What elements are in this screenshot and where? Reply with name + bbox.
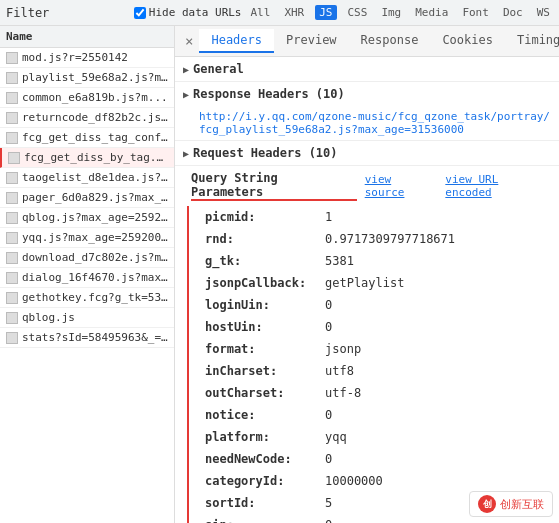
file-item-name: stats?sId=58495963&_=...: [22, 331, 168, 344]
param-key: notice:: [205, 406, 325, 424]
tab-all[interactable]: All: [248, 5, 274, 20]
request-headers-section-header[interactable]: Request Headers (10): [175, 141, 559, 165]
filter-label: Filter: [6, 6, 49, 20]
close-button[interactable]: ×: [179, 26, 199, 56]
param-value: utf8: [325, 362, 354, 380]
file-item[interactable]: fcg_get_diss_by_tag.fcg?...: [0, 148, 174, 168]
response-headers-url: http://i.y.qq.com/qzone-music/fcg_qzone_…: [175, 106, 559, 140]
general-arrow-icon: [183, 64, 189, 75]
general-section-header[interactable]: General: [175, 57, 559, 81]
watermark-logo: 创: [478, 495, 496, 513]
param-key: format:: [205, 340, 325, 358]
main-area: Name mod.js?r=2550142playlist_59e68a2.js…: [0, 26, 559, 523]
file-item[interactable]: yqq.js?max_age=259200...: [0, 228, 174, 248]
param-row: rnd: 0.9717309797718671: [205, 228, 559, 250]
file-icon: [6, 272, 18, 284]
param-key: rnd:: [205, 230, 325, 248]
hide-data-urls-label: Hide data URLs: [149, 6, 242, 19]
param-row: needNewCode: 0: [205, 448, 559, 470]
param-value: 0: [325, 450, 332, 468]
tab-cookies[interactable]: Cookies: [430, 29, 505, 53]
response-headers-section: Response Headers (10) http://i.y.qq.com/…: [175, 82, 559, 141]
request-headers-arrow-icon: [183, 148, 189, 159]
file-item[interactable]: gethotkey.fcg?g_tk=538...: [0, 288, 174, 308]
file-icon: [6, 312, 18, 324]
view-source-link[interactable]: view source: [365, 173, 438, 199]
file-item[interactable]: playlist_59e68a2.js?max_...: [0, 68, 174, 88]
param-value: 10000000: [325, 472, 383, 490]
resource-type-tabs: All XHR JS CSS Img Media Font Doc WS: [248, 5, 554, 20]
response-headers-section-header[interactable]: Response Headers (10): [175, 82, 559, 106]
file-item[interactable]: qblog.js: [0, 308, 174, 328]
param-value: 5381: [325, 252, 354, 270]
param-value: 0: [325, 296, 332, 314]
tab-js[interactable]: JS: [315, 5, 336, 20]
file-item[interactable]: taogelist_d8e1dea.js?m...: [0, 168, 174, 188]
file-item[interactable]: mod.js?r=2550142: [0, 48, 174, 68]
file-item-name: playlist_59e68a2.js?max_...: [22, 71, 168, 84]
general-section: General: [175, 57, 559, 82]
param-key: sin:: [205, 516, 325, 523]
file-item-name: fcg_get_diss_tag_conf.fc...: [22, 131, 168, 144]
param-value: 0: [325, 318, 332, 336]
request-headers-section: Request Headers (10): [175, 141, 559, 166]
file-item[interactable]: qblog.js?max_age=2592...: [0, 208, 174, 228]
tab-css[interactable]: CSS: [345, 5, 371, 20]
file-item[interactable]: download_d7c802e.js?m...: [0, 248, 174, 268]
param-row: g_tk: 5381: [205, 250, 559, 272]
file-item-name: common_e6a819b.js?m...: [22, 91, 168, 104]
tab-preview[interactable]: Preview: [274, 29, 349, 53]
tab-ws[interactable]: WS: [534, 5, 553, 20]
request-headers-section-label: Request Headers (10): [193, 146, 338, 160]
param-row: jsonpCallback: getPlaylist: [205, 272, 559, 294]
file-item[interactable]: returncode_df82b2c.js?...: [0, 108, 174, 128]
file-item[interactable]: dialog_16f4670.js?max_a...: [0, 268, 174, 288]
view-url-encoded-link[interactable]: view URL encoded: [445, 173, 551, 199]
param-row: categoryId: 10000000: [205, 470, 559, 492]
param-key: jsonpCallback:: [205, 274, 325, 292]
param-value: jsonp: [325, 340, 361, 358]
watermark: 创 创新互联: [469, 491, 553, 517]
tab-timing[interactable]: Timing: [505, 29, 559, 53]
query-string-header-row: Query String Parameters view source view…: [175, 166, 559, 206]
hide-data-urls-input[interactable]: [134, 7, 146, 19]
file-icon: [8, 152, 20, 164]
param-value: 1: [325, 208, 332, 226]
param-row: loginUin: 0: [205, 294, 559, 316]
file-list: Name mod.js?r=2550142playlist_59e68a2.js…: [0, 26, 175, 523]
toolbar: Filter Hide data URLs All XHR JS CSS Img…: [0, 0, 559, 26]
tab-doc[interactable]: Doc: [500, 5, 526, 20]
file-items-container: mod.js?r=2550142playlist_59e68a2.js?max_…: [0, 48, 174, 348]
param-key: outCharset:: [205, 384, 325, 402]
file-item-name: mod.js?r=2550142: [22, 51, 128, 64]
param-row: hostUin: 0: [205, 316, 559, 338]
file-icon: [6, 112, 18, 124]
param-value: yqq: [325, 428, 347, 446]
param-value: getPlaylist: [325, 274, 404, 292]
query-params-table: picmid: 1rnd: 0.9717309797718671g_tk: 53…: [187, 206, 559, 523]
file-item[interactable]: pager_6d0a829.js?max_a...: [0, 188, 174, 208]
tab-headers[interactable]: Headers: [199, 29, 274, 53]
tab-media[interactable]: Media: [412, 5, 451, 20]
response-headers-arrow-icon: [183, 89, 189, 100]
file-item[interactable]: common_e6a819b.js?m...: [0, 88, 174, 108]
tab-xhr[interactable]: XHR: [281, 5, 307, 20]
detail-tabs-row: × Headers Preview Response Cookies Timin…: [175, 26, 559, 57]
param-value: 0: [325, 516, 332, 523]
file-item[interactable]: fcg_get_diss_tag_conf.fc...: [0, 128, 174, 148]
query-string-title: Query String Parameters: [191, 171, 357, 201]
param-value: 0: [325, 406, 332, 424]
file-item-name: pager_6d0a829.js?max_a...: [22, 191, 168, 204]
file-icon: [6, 92, 18, 104]
file-item-name: taogelist_d8e1dea.js?m...: [22, 171, 168, 184]
tab-response[interactable]: Response: [349, 29, 431, 53]
tab-font[interactable]: Font: [459, 5, 492, 20]
hide-data-urls-checkbox[interactable]: Hide data URLs: [134, 6, 242, 19]
param-value: 5: [325, 494, 332, 512]
file-icon: [6, 192, 18, 204]
tab-img[interactable]: Img: [378, 5, 404, 20]
param-key: needNewCode:: [205, 450, 325, 468]
file-item[interactable]: stats?sId=58495963&_=...: [0, 328, 174, 348]
param-key: sortId:: [205, 494, 325, 512]
file-item-name: qblog.js?max_age=2592...: [22, 211, 168, 224]
